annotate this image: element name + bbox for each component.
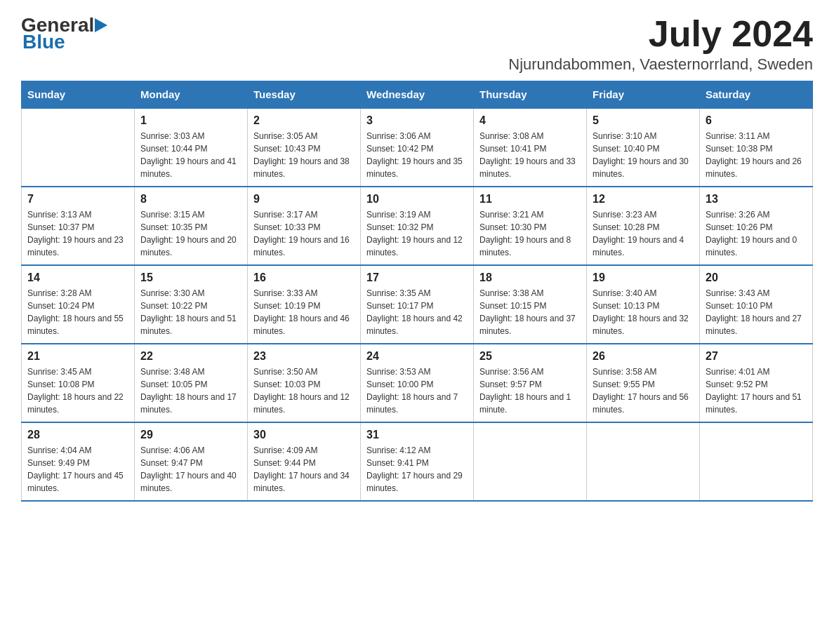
day-number: 12 bbox=[593, 193, 694, 206]
calendar-week-2: 7Sunrise: 3:13 AMSunset: 10:37 PMDayligh… bbox=[22, 187, 813, 265]
day-number: 29 bbox=[140, 429, 241, 441]
day-info: Sunrise: 3:10 AMSunset: 10:40 PMDaylight… bbox=[593, 130, 694, 180]
day-info: Sunrise: 3:30 AMSunset: 10:22 PMDaylight… bbox=[140, 287, 241, 337]
day-info: Sunrise: 3:08 AMSunset: 10:41 PMDaylight… bbox=[479, 130, 581, 180]
svg-marker-0 bbox=[95, 18, 107, 32]
day-info: Sunrise: 3:03 AMSunset: 10:44 PMDaylight… bbox=[140, 130, 241, 180]
day-info: Sunrise: 4:01 AMSunset: 9:52 PMDaylight:… bbox=[706, 365, 807, 416]
day-number: 16 bbox=[253, 271, 355, 284]
day-info: Sunrise: 3:17 AMSunset: 10:33 PMDaylight… bbox=[253, 208, 355, 259]
day-number: 7 bbox=[27, 193, 128, 206]
calendar-cell-w4-d3: 23Sunrise: 3:50 AMSunset: 10:03 PMDaylig… bbox=[248, 344, 361, 422]
calendar-cell-w3-d7: 20Sunrise: 3:43 AMSunset: 10:10 PMDaylig… bbox=[700, 265, 813, 344]
calendar-header-row: Sunday Monday Tuesday Wednesday Thursday… bbox=[22, 81, 813, 109]
day-info: Sunrise: 3:45 AMSunset: 10:08 PMDaylight… bbox=[27, 365, 128, 416]
calendar-week-4: 21Sunrise: 3:45 AMSunset: 10:08 PMDaylig… bbox=[22, 344, 813, 422]
day-info: Sunrise: 3:35 AMSunset: 10:17 PMDaylight… bbox=[366, 287, 468, 337]
day-number: 25 bbox=[479, 350, 581, 363]
calendar-cell-w1-d5: 4Sunrise: 3:08 AMSunset: 10:41 PMDayligh… bbox=[474, 108, 587, 187]
calendar-cell-w2-d3: 9Sunrise: 3:17 AMSunset: 10:33 PMDayligh… bbox=[248, 187, 361, 265]
title-area: July 2024 Njurundabommen, Vaesternorrlan… bbox=[508, 14, 813, 74]
day-info: Sunrise: 3:13 AMSunset: 10:37 PMDaylight… bbox=[27, 208, 128, 259]
calendar-cell-w2-d1: 7Sunrise: 3:13 AMSunset: 10:37 PMDayligh… bbox=[22, 187, 135, 265]
calendar-cell-w5-d6 bbox=[587, 422, 700, 501]
calendar-week-1: 1Sunrise: 3:03 AMSunset: 10:44 PMDayligh… bbox=[22, 108, 813, 187]
day-number: 20 bbox=[706, 271, 807, 284]
col-monday: Monday bbox=[135, 81, 248, 109]
col-sunday: Sunday bbox=[22, 81, 135, 109]
day-info: Sunrise: 3:19 AMSunset: 10:32 PMDaylight… bbox=[366, 208, 468, 259]
day-number: 26 bbox=[593, 350, 694, 363]
logo: General Blue bbox=[21, 14, 111, 53]
day-info: Sunrise: 3:15 AMSunset: 10:35 PMDaylight… bbox=[140, 208, 241, 259]
calendar-cell-w4-d1: 21Sunrise: 3:45 AMSunset: 10:08 PMDaylig… bbox=[22, 344, 135, 422]
col-saturday: Saturday bbox=[700, 81, 813, 109]
day-info: Sunrise: 3:50 AMSunset: 10:03 PMDaylight… bbox=[253, 365, 355, 416]
day-info: Sunrise: 4:06 AMSunset: 9:47 PMDaylight:… bbox=[140, 444, 241, 495]
day-number: 18 bbox=[479, 271, 581, 284]
calendar-cell-w1-d4: 3Sunrise: 3:06 AMSunset: 10:42 PMDayligh… bbox=[361, 108, 474, 187]
calendar-cell-w3-d1: 14Sunrise: 3:28 AMSunset: 10:24 PMDaylig… bbox=[22, 265, 135, 344]
calendar-cell-w3-d6: 19Sunrise: 3:40 AMSunset: 10:13 PMDaylig… bbox=[587, 265, 700, 344]
col-thursday: Thursday bbox=[474, 81, 587, 109]
day-info: Sunrise: 3:58 AMSunset: 9:55 PMDaylight:… bbox=[593, 365, 694, 416]
calendar-cell-w1-d2: 1Sunrise: 3:03 AMSunset: 10:44 PMDayligh… bbox=[135, 108, 248, 187]
day-info: Sunrise: 4:12 AMSunset: 9:41 PMDaylight:… bbox=[366, 444, 468, 495]
day-number: 8 bbox=[140, 193, 241, 206]
calendar-cell-w3-d5: 18Sunrise: 3:38 AMSunset: 10:15 PMDaylig… bbox=[474, 265, 587, 344]
calendar-cell-w1-d7: 6Sunrise: 3:11 AMSunset: 10:38 PMDayligh… bbox=[700, 108, 813, 187]
day-number: 21 bbox=[27, 350, 128, 363]
calendar-cell-w4-d2: 22Sunrise: 3:48 AMSunset: 10:05 PMDaylig… bbox=[135, 344, 248, 422]
calendar-cell-w2-d5: 11Sunrise: 3:21 AMSunset: 10:30 PMDaylig… bbox=[474, 187, 587, 265]
day-number: 2 bbox=[253, 114, 355, 127]
day-info: Sunrise: 3:05 AMSunset: 10:43 PMDaylight… bbox=[253, 130, 355, 180]
location-subtitle: Njurundabommen, Vaesternorrland, Sweden bbox=[508, 55, 813, 74]
calendar-table: Sunday Monday Tuesday Wednesday Thursday… bbox=[21, 81, 813, 502]
day-info: Sunrise: 3:06 AMSunset: 10:42 PMDaylight… bbox=[366, 130, 468, 180]
calendar-cell-w4-d4: 24Sunrise: 3:53 AMSunset: 10:00 PMDaylig… bbox=[361, 344, 474, 422]
calendar-cell-w3-d4: 17Sunrise: 3:35 AMSunset: 10:17 PMDaylig… bbox=[361, 265, 474, 344]
day-number: 19 bbox=[593, 271, 694, 284]
day-number: 22 bbox=[140, 350, 241, 363]
day-info: Sunrise: 3:26 AMSunset: 10:26 PMDaylight… bbox=[706, 208, 807, 259]
day-info: Sunrise: 3:48 AMSunset: 10:05 PMDaylight… bbox=[140, 365, 241, 416]
calendar-cell-w5-d4: 31Sunrise: 4:12 AMSunset: 9:41 PMDayligh… bbox=[361, 422, 474, 501]
day-info: Sunrise: 3:11 AMSunset: 10:38 PMDaylight… bbox=[706, 130, 807, 180]
day-info: Sunrise: 3:28 AMSunset: 10:24 PMDaylight… bbox=[27, 287, 128, 337]
month-year-title: July 2024 bbox=[508, 14, 813, 54]
day-number: 28 bbox=[27, 429, 128, 441]
calendar-cell-w5-d2: 29Sunrise: 4:06 AMSunset: 9:47 PMDayligh… bbox=[135, 422, 248, 501]
day-info: Sunrise: 3:53 AMSunset: 10:00 PMDaylight… bbox=[366, 365, 468, 416]
calendar-cell-w1-d6: 5Sunrise: 3:10 AMSunset: 10:40 PMDayligh… bbox=[587, 108, 700, 187]
day-number: 11 bbox=[479, 193, 581, 206]
day-number: 13 bbox=[706, 193, 807, 206]
col-wednesday: Wednesday bbox=[361, 81, 474, 109]
calendar-cell-w5-d1: 28Sunrise: 4:04 AMSunset: 9:49 PMDayligh… bbox=[22, 422, 135, 501]
day-number: 17 bbox=[366, 271, 468, 284]
calendar-cell-w2-d7: 13Sunrise: 3:26 AMSunset: 10:26 PMDaylig… bbox=[700, 187, 813, 265]
day-number: 6 bbox=[706, 114, 807, 127]
calendar-cell-w5-d3: 30Sunrise: 4:09 AMSunset: 9:44 PMDayligh… bbox=[248, 422, 361, 501]
calendar-cell-w5-d5 bbox=[474, 422, 587, 501]
col-friday: Friday bbox=[587, 81, 700, 109]
calendar-cell-w2-d2: 8Sunrise: 3:15 AMSunset: 10:35 PMDayligh… bbox=[135, 187, 248, 265]
day-number: 23 bbox=[253, 350, 355, 363]
day-info: Sunrise: 3:38 AMSunset: 10:15 PMDaylight… bbox=[479, 287, 581, 337]
day-info: Sunrise: 4:04 AMSunset: 9:49 PMDaylight:… bbox=[27, 444, 128, 495]
calendar-week-5: 28Sunrise: 4:04 AMSunset: 9:49 PMDayligh… bbox=[22, 422, 813, 501]
page-header: General Blue July 2024 Njurundabommen, V… bbox=[21, 14, 813, 74]
day-number: 3 bbox=[366, 114, 468, 127]
calendar-cell-w4-d7: 27Sunrise: 4:01 AMSunset: 9:52 PMDayligh… bbox=[700, 344, 813, 422]
day-number: 9 bbox=[253, 193, 355, 206]
day-number: 24 bbox=[366, 350, 468, 363]
calendar-cell-w2-d6: 12Sunrise: 3:23 AMSunset: 10:28 PMDaylig… bbox=[587, 187, 700, 265]
day-number: 10 bbox=[366, 193, 468, 206]
day-number: 5 bbox=[593, 114, 694, 127]
col-tuesday: Tuesday bbox=[248, 81, 361, 109]
day-info: Sunrise: 3:43 AMSunset: 10:10 PMDaylight… bbox=[706, 287, 807, 337]
day-number: 27 bbox=[706, 350, 807, 363]
day-number: 30 bbox=[253, 429, 355, 441]
day-info: Sunrise: 3:33 AMSunset: 10:19 PMDaylight… bbox=[253, 287, 355, 337]
calendar-cell-w4-d5: 25Sunrise: 3:56 AMSunset: 9:57 PMDayligh… bbox=[474, 344, 587, 422]
calendar-cell-w2-d4: 10Sunrise: 3:19 AMSunset: 10:32 PMDaylig… bbox=[361, 187, 474, 265]
